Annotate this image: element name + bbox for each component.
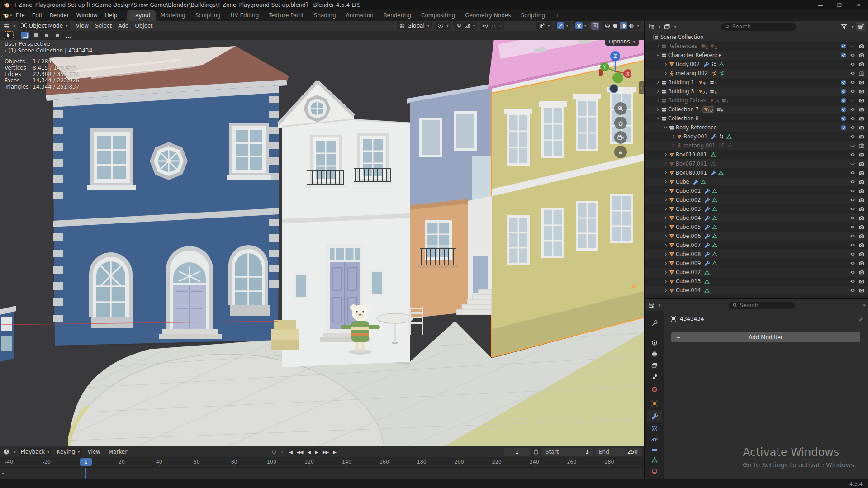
frame-end-field[interactable]: End 250 bbox=[595, 448, 641, 456]
select-mode-subtract[interactable] bbox=[43, 32, 51, 39]
workspace-tab-texture-paint[interactable]: Texture Paint bbox=[264, 10, 308, 21]
outliner-row[interactable]: Building 1995 bbox=[645, 78, 868, 87]
outliner-row[interactable]: Cube.014 bbox=[645, 286, 868, 295]
visibility-eye-icon[interactable] bbox=[849, 43, 856, 49]
frame-start-field[interactable]: Start 1 bbox=[542, 448, 593, 456]
menu-window[interactable]: Window bbox=[73, 10, 101, 21]
restore-button[interactable]: ❐ bbox=[830, 0, 849, 10]
select-mode-extend[interactable] bbox=[32, 32, 40, 39]
toolbar-expand-arrow[interactable]: › bbox=[1, 52, 3, 58]
mode-dropdown[interactable]: Object Mode ▾ bbox=[19, 22, 70, 30]
expand-arrow-icon[interactable] bbox=[663, 170, 669, 175]
navigation-gizmo[interactable]: Z X Y bbox=[599, 48, 631, 98]
pan-hand-button[interactable] bbox=[614, 117, 627, 129]
render-visibility-camera-icon[interactable] bbox=[859, 61, 865, 67]
workspace-tab-animation[interactable]: Animation bbox=[341, 10, 379, 21]
properties-tab-viewlayer[interactable] bbox=[647, 360, 662, 371]
outliner-row[interactable]: Cube.003 bbox=[645, 204, 868, 213]
outliner-row[interactable]: Cube.008 bbox=[645, 250, 868, 259]
properties-search-input[interactable]: Search bbox=[729, 302, 795, 309]
render-visibility-camera-icon[interactable] bbox=[859, 124, 865, 131]
viewport-canvas[interactable]: User Perspective › (1) Scene Collection … bbox=[0, 40, 644, 446]
exclude-checkbox[interactable] bbox=[841, 80, 846, 85]
minimize-button[interactable]: — bbox=[811, 0, 830, 10]
render-visibility-camera-icon[interactable] bbox=[859, 97, 865, 104]
shading-solid-icon[interactable] bbox=[612, 23, 618, 29]
workspace-tab-scripting[interactable]: Scripting bbox=[516, 10, 550, 21]
outliner-row[interactable]: Box080.001 bbox=[645, 168, 868, 177]
visibility-eye-icon[interactable] bbox=[849, 269, 856, 275]
expand-arrow-icon[interactable] bbox=[663, 279, 669, 284]
render-visibility-camera-icon[interactable] bbox=[859, 206, 865, 212]
properties-tab-render[interactable] bbox=[647, 337, 662, 349]
playback-menu[interactable]: Playback▾ bbox=[19, 448, 52, 456]
pin-icon[interactable] bbox=[857, 317, 863, 323]
collapse-arrow-icon[interactable] bbox=[655, 116, 661, 121]
visibility-eye-icon[interactable] bbox=[849, 97, 856, 104]
timeline-ruler[interactable]: -40-201204060801001201401601802002202402… bbox=[0, 457, 644, 467]
outliner-row[interactable]: Body.002 bbox=[645, 60, 868, 69]
outliner-row[interactable]: Collection 8 bbox=[645, 114, 868, 123]
visibility-eye-icon[interactable] bbox=[849, 233, 856, 239]
properties-tab-world[interactable] bbox=[647, 384, 662, 395]
properties-editor-icon[interactable] bbox=[648, 302, 655, 309]
visibility-eye-icon[interactable] bbox=[849, 115, 856, 122]
filter-funnel-icon[interactable] bbox=[840, 23, 848, 30]
xray-toggle-icon[interactable] bbox=[591, 22, 599, 30]
exclude-checkbox[interactable] bbox=[841, 107, 846, 112]
visibility-eye-icon[interactable] bbox=[849, 170, 856, 176]
visibility-eye-icon[interactable] bbox=[849, 179, 856, 185]
stopwatch-icon[interactable] bbox=[533, 449, 539, 455]
exclude-checkbox[interactable] bbox=[841, 52, 846, 58]
visibility-eye-icon[interactable] bbox=[849, 61, 856, 67]
camera-view-button[interactable] bbox=[614, 131, 627, 144]
properties-tab-modifiers[interactable] bbox=[647, 410, 662, 422]
visibility-eye-icon[interactable] bbox=[849, 70, 856, 76]
render-visibility-camera-icon[interactable] bbox=[859, 251, 865, 257]
workspace-tab-uv-editing[interactable]: UV Editing bbox=[226, 10, 264, 21]
render-visibility-camera-icon[interactable] bbox=[859, 278, 865, 284]
expand-arrow-icon[interactable] bbox=[663, 62, 669, 67]
current-frame-field[interactable]: 1 bbox=[504, 448, 530, 456]
render-visibility-camera-icon[interactable] bbox=[859, 233, 865, 239]
viewport-menu-add[interactable]: Add bbox=[115, 23, 132, 29]
render-visibility-camera-icon[interactable] bbox=[859, 142, 865, 149]
workspace-tab-sculpting[interactable]: Sculpting bbox=[190, 10, 226, 21]
render-visibility-camera-icon[interactable] bbox=[859, 215, 865, 221]
workspace-tab-rendering[interactable]: Rendering bbox=[379, 10, 416, 21]
render-visibility-camera-icon[interactable] bbox=[859, 70, 865, 76]
visibility-eye-icon[interactable] bbox=[849, 197, 856, 203]
outliner-row[interactable]: References22 bbox=[645, 42, 868, 51]
transform-orientation-dropdown[interactable]: Global ▾ bbox=[397, 22, 432, 30]
properties-tab-tool[interactable] bbox=[647, 317, 662, 329]
add-modifier-button[interactable]: ＋ Add Modifier bbox=[671, 332, 860, 342]
play-reverse-button[interactable]: ◀ bbox=[305, 450, 313, 455]
outliner-row[interactable]: Box019.001 bbox=[645, 150, 868, 159]
render-visibility-camera-icon[interactable] bbox=[859, 43, 865, 49]
visibility-eye-icon[interactable] bbox=[849, 142, 856, 149]
render-visibility-camera-icon[interactable] bbox=[859, 79, 865, 85]
exclude-checkbox[interactable] bbox=[841, 98, 846, 103]
outliner-row[interactable]: Cube.002 bbox=[645, 195, 868, 204]
outliner-row[interactable]: Cube.006 bbox=[645, 232, 868, 241]
render-visibility-camera-icon[interactable] bbox=[859, 197, 865, 203]
viewport-menu-select[interactable]: Select bbox=[92, 23, 115, 29]
expand-arrow-icon[interactable] bbox=[663, 197, 669, 203]
visibility-eye-icon[interactable] bbox=[849, 224, 856, 230]
render-visibility-camera-icon[interactable] bbox=[859, 188, 865, 194]
exclude-checkbox[interactable] bbox=[841, 125, 846, 130]
next-keyframe-button[interactable]: ▶▶ bbox=[320, 450, 331, 455]
proportional-editing-toggle[interactable]: ▾ bbox=[480, 22, 504, 30]
render-visibility-camera-icon[interactable] bbox=[859, 242, 865, 248]
close-button[interactable]: ✕ bbox=[849, 0, 868, 10]
overlays-toggle[interactable]: ▾ bbox=[573, 22, 589, 30]
outliner-row[interactable]: Cube.004 bbox=[645, 213, 868, 223]
expand-arrow-icon[interactable] bbox=[655, 107, 661, 112]
outliner-row[interactable]: Collection 7628 bbox=[645, 105, 868, 114]
render-visibility-camera-icon[interactable] bbox=[859, 133, 865, 140]
select-mode-invert[interactable] bbox=[53, 32, 62, 39]
timeline-expand-arrow[interactable]: ▾ bbox=[2, 471, 4, 476]
collapse-arrow-icon[interactable] bbox=[663, 125, 669, 130]
exclude-checkbox[interactable] bbox=[841, 43, 846, 49]
expand-arrow-icon[interactable] bbox=[655, 89, 661, 94]
